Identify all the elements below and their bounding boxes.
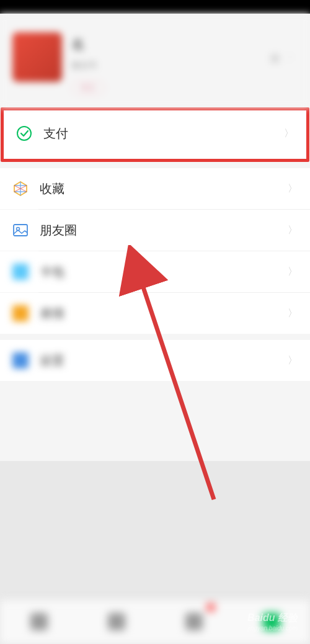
profile-id: 微信号 (71, 60, 260, 71)
settings-icon (12, 352, 29, 369)
status-badge[interactable]: 状态 (71, 81, 105, 95)
tab-contacts[interactable] (78, 600, 155, 644)
profile-name: 名 (71, 35, 260, 54)
tab-discover[interactable] (155, 600, 232, 644)
svg-rect-1 (14, 225, 27, 236)
tab-chat[interactable] (0, 600, 78, 644)
menu-item-settings[interactable]: 设置 〉 (0, 340, 310, 381)
chevron-right-icon: 〉 (288, 224, 298, 237)
qr-icon[interactable]: ▦ (270, 51, 280, 65)
status-bar (0, 0, 310, 14)
chevron-right-icon: 〉 (288, 51, 298, 65)
chevron-right-icon: 〉 (288, 182, 298, 195)
svg-point-0 (17, 127, 31, 140)
wechat-pay-icon (16, 125, 32, 141)
menu-label: 表情 (40, 305, 288, 322)
watermark-url: jingyan.baidu.com (247, 625, 298, 632)
chevron-right-icon: 〉 (288, 307, 298, 320)
avatar[interactable] (12, 32, 62, 82)
menu-label: 支付 (43, 125, 284, 142)
cards-icon (12, 264, 29, 280)
watermark-brand: Baidu 经验 (247, 612, 298, 625)
favorites-icon (12, 181, 29, 197)
badge-icon (206, 603, 215, 612)
menu-label: 收藏 (40, 181, 288, 197)
watermark: Baidu 经验 jingyan.baidu.com (247, 612, 298, 632)
profile-section[interactable]: 名 微信号 状态 ▦ 〉 (0, 14, 310, 107)
chevron-right-icon: 〉 (288, 266, 298, 279)
menu-item-stickers[interactable]: 表情 〉 (0, 293, 310, 334)
menu-label: 朋友圈 (40, 222, 288, 239)
menu-label: 卡包 (40, 264, 288, 280)
menu-item-moments[interactable]: 朋友圈 〉 (0, 210, 310, 251)
chevron-right-icon: 〉 (284, 127, 294, 140)
moments-icon (12, 222, 29, 238)
menu-item-pay[interactable]: 支付 〉 (4, 113, 306, 154)
stickers-icon (12, 305, 29, 321)
menu-label: 设置 (40, 352, 288, 369)
menu-item-favorites[interactable]: 收藏 〉 (0, 168, 310, 209)
chevron-right-icon: 〉 (288, 354, 298, 367)
menu-item-cards[interactable]: 卡包 〉 (0, 251, 310, 292)
highlight-annotation: 支付 〉 (1, 107, 309, 162)
